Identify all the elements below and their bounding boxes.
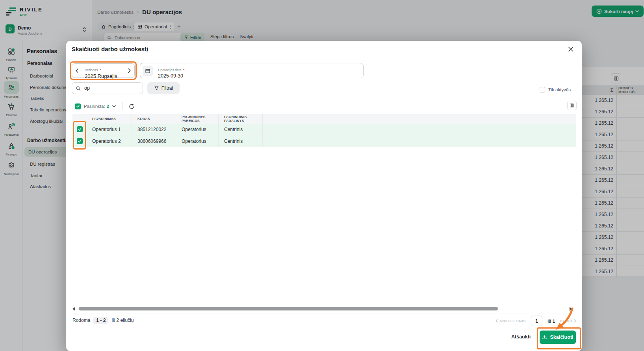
chevron-left-icon[interactable] [76, 68, 78, 73]
select-all-checkbox[interactable] [75, 103, 81, 109]
modal-search-input[interactable] [84, 85, 148, 91]
row-checkbox[interactable] [77, 126, 83, 132]
operators-table: PAVADINIMAS KODAS PAGRINDINĖS PAREIGOS P… [72, 114, 576, 147]
table-header-row: PAVADINIMAS KODAS PAGRINDINĖS PAREIGOS P… [72, 114, 576, 124]
chevron-down-icon[interactable] [112, 105, 116, 107]
table-row-operatorius-2[interactable]: Operatorius 2 38606069966 Operatorius Ce… [72, 135, 576, 147]
previous-page-button[interactable]: ANKSTESNIS [496, 319, 526, 323]
operation-date-field[interactable]: Operacijos data * 2025-09-30 [140, 63, 364, 78]
period-field[interactable]: Periodas * 2025 Rugsėjis [72, 63, 135, 78]
cell-name: Operatorius 2 [87, 139, 132, 144]
divider [122, 102, 122, 110]
cell-department: Centrinis [218, 135, 262, 147]
scroll-left-arrow[interactable] [72, 307, 75, 311]
calculate-salary-modal: Skaičiuoti darbo užmokestį Periodas * 20… [66, 41, 582, 351]
calculate-button[interactable]: Skaičiuoti [540, 331, 576, 344]
period-value: 2025 Rugsėjis [85, 73, 117, 79]
modal-filters-button[interactable]: Filtrai [147, 82, 180, 94]
modal-search-field[interactable] [72, 82, 143, 94]
cell-code: 38606069966 [132, 135, 176, 147]
column-header-kodas[interactable]: KODAS [132, 114, 176, 124]
cell-name: Operatorius 1 [87, 127, 132, 132]
modal-title: Skaičiuoti darbo užmokestį [72, 46, 148, 52]
calculate-label: Skaičiuoti [550, 334, 573, 340]
search-icon [76, 86, 81, 91]
rows-range-badge: 1 - 2 [93, 317, 108, 324]
showing-label: Rodoma [72, 318, 90, 323]
divider [72, 314, 576, 314]
row-checkbox[interactable] [77, 138, 83, 144]
funnel-icon [154, 86, 159, 91]
previous-label: ANKSTESNIS [499, 319, 526, 323]
selected-label: Pasirinkta: [84, 104, 105, 109]
date-value: 2025-09-30 [158, 73, 184, 79]
refresh-icon[interactable] [129, 103, 135, 109]
date-label: Operacijos data [158, 68, 182, 72]
required-mark: * [183, 68, 184, 72]
horizontal-scrollbar-thumb[interactable] [79, 307, 498, 310]
close-icon[interactable] [568, 47, 573, 52]
column-header-padalinys[interactable]: PAGRINDINIS PADALINYS [218, 114, 262, 124]
modal-filters-label: Filtrai [161, 85, 173, 91]
column-settings-icon[interactable] [567, 101, 577, 110]
selected-count: 2 [107, 104, 109, 109]
only-active-label: Tik aktyvūs [548, 87, 571, 92]
chevron-right-icon[interactable] [128, 68, 131, 73]
cancel-button[interactable]: Atšaukti [511, 334, 531, 340]
cell-position: Operatorius [176, 124, 218, 135]
column-header-pavadinimas[interactable]: PAVADINIMAS [87, 117, 132, 121]
selection-toolbar: Pasirinkta: 2 [75, 102, 135, 110]
rows-total-label: iš 2 eilučių [111, 318, 134, 323]
cell-department: Centrinis [218, 124, 262, 135]
calendar-icon[interactable] [143, 66, 153, 76]
app-root: { "colors": {"accent_green": "#0aa268", … [0, 0, 644, 351]
rows-summary: Rodoma 1 - 2 iš 2 eilučių [72, 317, 134, 324]
annotation-arrow [554, 307, 575, 332]
table-row-operatorius-1[interactable]: Operatorius 1 38512120022 Operatorius Ce… [72, 124, 576, 135]
page-number-box[interactable]: 1 [531, 316, 542, 326]
required-mark: * [100, 68, 101, 72]
cell-position: Operatorius [176, 135, 218, 147]
calculate-icon [542, 335, 547, 340]
only-active-toggle[interactable]: Tik aktyvūs [540, 87, 571, 92]
column-header-pareigos[interactable]: PAGRINDINĖS PAREIGOS [176, 114, 218, 124]
cell-code: 38512120022 [132, 124, 176, 135]
only-active-checkbox[interactable] [540, 87, 545, 92]
period-label: Periodas [85, 68, 98, 72]
